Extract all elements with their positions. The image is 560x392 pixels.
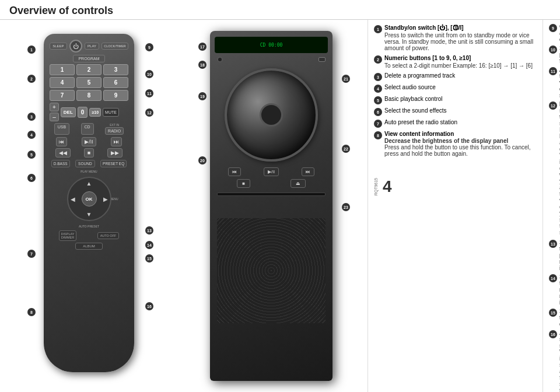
- up-button[interactable]: ▲: [86, 180, 92, 187]
- mute-button[interactable]: MUTE: [103, 108, 119, 117]
- instr-title-8: View content information: [384, 131, 537, 137]
- instr-text-7: Auto preset the radio station: [384, 119, 457, 125]
- instruction-8: 8 View content information Decrease the …: [374, 131, 537, 157]
- instr-title-1: Standby/on switch [⏻], [⏼/I]: [384, 24, 537, 31]
- rewind-button[interactable]: ◀◀: [55, 148, 71, 158]
- page-header: Overview of controls: [0, 0, 560, 20]
- callout-4: 4: [27, 131, 36, 139]
- clock-timer-button[interactable]: CLOCK/TIMER: [102, 43, 128, 50]
- callout-17: 17: [198, 43, 206, 51]
- instr-num-6: 6: [374, 108, 382, 116]
- callout-14: 14: [145, 241, 153, 249]
- callout-8: 8: [27, 308, 36, 316]
- device-prev[interactable]: ⏮: [228, 167, 241, 176]
- program-button[interactable]: PROGRAM: [73, 55, 104, 62]
- auto-off-button[interactable]: AUTO OFF: [97, 232, 120, 239]
- callout-7: 7: [27, 250, 36, 258]
- right-button[interactable]: ▶: [103, 196, 108, 202]
- instr-num-4: 4: [374, 85, 382, 93]
- power-button[interactable]: ⏻: [69, 40, 82, 52]
- desc-15: 15 Select the option: [549, 308, 554, 327]
- num-4[interactable]: 4: [50, 77, 75, 88]
- instr-text-5: Basic playback control: [384, 96, 443, 102]
- instr-text-4: Select audio source: [384, 84, 436, 90]
- prev-button[interactable]: ⏮: [56, 137, 67, 146]
- num-5[interactable]: 5: [76, 77, 102, 88]
- device-stop[interactable]: ■: [237, 179, 250, 188]
- callout-11: 11: [145, 89, 153, 97]
- num-1[interactable]: 1: [50, 64, 75, 75]
- play-button[interactable]: PLAY: [85, 43, 99, 50]
- page: Overview of controls SLEEP ⏻ PLAY CLOCK/…: [0, 0, 560, 392]
- callout-5: 5: [27, 150, 36, 159]
- callout-6: 6: [27, 174, 36, 182]
- num-3[interactable]: 3: [103, 64, 128, 75]
- ge10-button[interactable]: ≥10: [89, 108, 101, 117]
- desc-9: 9 Clock and timer operation: [549, 23, 554, 43]
- desc-14: 14 Set the radio menu item: [549, 274, 554, 306]
- device-eject[interactable]: ⏏: [290, 179, 306, 188]
- num-9[interactable]: 9: [103, 90, 128, 101]
- vol-plus-button[interactable]: +: [50, 103, 59, 111]
- ext-in-label: EXT IN: [110, 123, 119, 127]
- page-number: 4: [383, 177, 392, 196]
- instruction-2: 2 Numeric buttons [1 to 9, 0, ≥10] To se…: [374, 55, 537, 69]
- instruction-1: 1 Standby/on switch [⏻], [⏼/I] Press to …: [374, 24, 537, 51]
- play-pause-button[interactable]: ▶/II: [82, 137, 96, 146]
- d-bass-button[interactable]: D.BASS: [51, 160, 70, 167]
- instr-num-5: 5: [374, 96, 382, 104]
- rgt-label: RQT9615: [374, 178, 378, 195]
- usb-button[interactable]: USB: [54, 123, 69, 135]
- main-content: SLEEP ⏻ PLAY CLOCK/TIMER PROGRAM 1 2 3: [0, 20, 560, 392]
- remote-area: SLEEP ⏻ PLAY CLOCK/TIMER PROGRAM 1 2 3: [0, 20, 181, 392]
- num-2[interactable]: 2: [76, 64, 102, 75]
- instr-num-7: 7: [374, 120, 382, 128]
- callout-21: 21: [342, 75, 350, 83]
- instr-text-8: Decrease the brightness of the display p…: [384, 138, 537, 144]
- callout-23: 23: [342, 203, 350, 211]
- instructions-panel: 1 Standby/on switch [⏻], [⏼/I] Press to …: [368, 20, 543, 392]
- desc-16: 16 Automatically switch off the system W…: [549, 330, 554, 392]
- num-6[interactable]: 6: [103, 77, 128, 88]
- device-play[interactable]: ▶/II: [264, 167, 279, 176]
- device-next[interactable]: ⏭: [302, 167, 314, 176]
- num-7[interactable]: 7: [50, 90, 75, 101]
- ok-button[interactable]: OK: [82, 191, 97, 206]
- sleep-button[interactable]: SLEEP: [50, 43, 66, 50]
- callout-15: 15: [145, 254, 153, 262]
- callout-22: 22: [342, 145, 350, 153]
- callout-3: 3: [27, 113, 36, 121]
- descriptions-panel: 9 Clock and timer operation 10 Set the p…: [543, 20, 560, 392]
- callout-9: 9: [145, 43, 153, 51]
- instr-num-3: 3: [374, 73, 382, 81]
- callout-13: 13: [145, 226, 153, 235]
- left-button[interactable]: ◀: [71, 196, 75, 202]
- down-button[interactable]: ▼: [86, 211, 92, 218]
- instr-text-6: Select the sound effects: [384, 107, 447, 114]
- next-button[interactable]: ⏭: [111, 137, 122, 146]
- album-button[interactable]: ALBUM: [75, 243, 103, 250]
- instr-text-1: Press to switch the unit from on to stan…: [384, 32, 537, 51]
- cd-button[interactable]: CD: [81, 123, 94, 135]
- instruction-6: 6 Select the sound effects: [374, 107, 537, 116]
- instr-num-2: 2: [374, 55, 382, 64]
- stop-button[interactable]: ■: [84, 148, 94, 158]
- device-area: CD 00:00: [181, 20, 368, 392]
- num-8[interactable]: 8: [76, 90, 102, 101]
- instruction-3: 3 Delete a programmed track: [374, 72, 537, 81]
- display-dimmer-button[interactable]: DISPLAYDIMMER: [59, 230, 77, 241]
- page-title: Overview of controls: [9, 5, 551, 17]
- callout-2: 2: [27, 75, 36, 83]
- desc-13: 13 Set the play menu item: [549, 239, 554, 271]
- num-0[interactable]: 0: [78, 107, 88, 118]
- callout-19: 19: [198, 92, 206, 100]
- sound-button[interactable]: SOUND: [75, 160, 94, 167]
- callout-12: 12: [145, 108, 153, 117]
- instruction-7: 7 Auto preset the radio station: [374, 119, 537, 128]
- fast-forward-button[interactable]: ▶▶: [107, 148, 123, 158]
- del-button[interactable]: DEL: [61, 107, 76, 117]
- radio-button[interactable]: RADIO: [105, 127, 124, 135]
- preset-eq-button[interactable]: PRESET EQ: [100, 160, 127, 167]
- instr-text-3: Delete a programmed track: [384, 72, 455, 79]
- vol-minus-button[interactable]: –: [50, 113, 59, 121]
